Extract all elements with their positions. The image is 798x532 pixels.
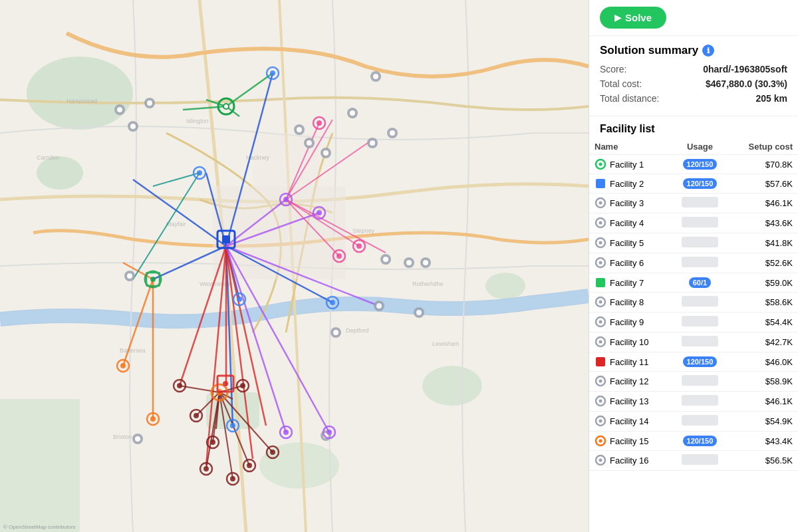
svg-text:Brixton: Brixton — [113, 434, 132, 440]
facility-label: Facility 11 — [610, 357, 649, 367]
svg-point-98 — [376, 303, 382, 309]
svg-text:Battersea: Battersea — [120, 347, 146, 354]
map-container[interactable]: Hampstead Camden Islington Hackney Mayfa… — [0, 0, 589, 532]
sidebar: Solve Solution summary ℹ Score: 0hard/-1… — [589, 0, 798, 532]
solve-button[interactable]: Solve — [600, 7, 666, 29]
facility-label: Facility 12 — [610, 376, 649, 386]
facility-cost: $54.4K — [730, 313, 798, 332]
facility-icon — [595, 375, 606, 387]
svg-point-76 — [373, 74, 378, 79]
svg-point-5 — [485, 273, 525, 299]
usage-badge: 60/1 — [689, 277, 711, 288]
svg-point-185 — [599, 440, 602, 443]
facility-cost: $43.6K — [730, 213, 798, 233]
facility-name-cell: Facility 3 — [589, 194, 670, 212]
facility-row[interactable]: Facility 5$41.8K — [589, 233, 798, 253]
facility-cost: $42.7K — [730, 332, 798, 352]
facility-cost: $58.6K — [730, 293, 798, 313]
facility-row[interactable]: Facility 760/1$59.0K — [589, 273, 798, 293]
svg-rect-6 — [0, 399, 80, 532]
facility-label: Facility 7 — [610, 278, 644, 288]
facility-row[interactable]: Facility 1120/150$70.8K — [589, 155, 798, 174]
svg-point-106 — [135, 436, 140, 442]
col-usage: Usage — [670, 139, 730, 155]
svg-point-153 — [150, 277, 156, 282]
col-setup-cost: Setup cost — [730, 139, 798, 155]
facility-name-cell: Facility 16 — [589, 451, 670, 469]
svg-point-128 — [327, 430, 332, 435]
facility-label: Facility 9 — [610, 317, 644, 327]
facility-usage — [670, 213, 730, 233]
facility-cost: $70.8K — [730, 155, 798, 174]
facility-cost: $58.9K — [730, 372, 798, 392]
svg-point-136 — [177, 383, 182, 388]
svg-point-142 — [230, 476, 235, 481]
facility-row[interactable]: Facility 4$43.6K — [589, 213, 798, 233]
facility-usage: 60/1 — [670, 273, 730, 293]
facility-usage — [670, 392, 730, 412]
svg-point-80 — [307, 140, 312, 146]
facility-icon — [595, 395, 606, 407]
facility-row[interactable]: Facility 11120/150$46.0K — [589, 352, 798, 372]
facility-usage — [670, 233, 730, 253]
svg-point-112 — [230, 423, 235, 428]
usage-empty-bar — [682, 197, 718, 207]
facility-usage — [670, 451, 730, 471]
facility-cost: $57.6K — [730, 174, 798, 194]
svg-point-110 — [270, 70, 275, 76]
facility-row[interactable]: Facility 16$56.5K — [589, 451, 798, 471]
svg-point-176 — [599, 340, 602, 344]
svg-rect-177 — [596, 357, 605, 366]
facility-usage: 120/150 — [670, 174, 730, 194]
facility-name-cell: Facility 9 — [589, 313, 670, 331]
facility-row[interactable]: Facility 8$58.6K — [589, 293, 798, 313]
facility-usage: 120/150 — [670, 155, 730, 174]
svg-point-165 — [599, 221, 602, 225]
svg-point-82 — [323, 150, 329, 156]
facility-label: Facility 1 — [610, 160, 644, 170]
facility-row[interactable]: Facility 2120/150$57.6K — [589, 174, 798, 194]
facility-row[interactable]: Facility 12$58.9K — [589, 372, 798, 392]
svg-point-174 — [599, 321, 602, 324]
facility-icon — [595, 336, 606, 348]
svg-point-88 — [350, 110, 355, 116]
solution-summary: Solution summary ℹ Score: 0hard/-1963805… — [589, 36, 798, 116]
facility-usage: 120/150 — [670, 352, 730, 372]
svg-point-102 — [333, 330, 338, 335]
info-icon[interactable]: ℹ — [702, 45, 714, 57]
facility-row[interactable]: Facility 14$54.9K — [589, 412, 798, 432]
facility-label: Facility 16 — [610, 456, 649, 466]
svg-point-2 — [37, 156, 83, 190]
svg-text:Hampstead: Hampstead — [66, 98, 97, 104]
facility-icon — [595, 454, 606, 466]
svg-text:Camden: Camden — [37, 154, 59, 161]
facility-label: Facility 3 — [610, 198, 644, 208]
facility-row[interactable]: Facility 15120/150$43.4K — [589, 432, 798, 451]
facility-row[interactable]: Facility 9$54.4K — [589, 313, 798, 332]
svg-point-181 — [599, 400, 602, 403]
svg-point-92 — [406, 260, 412, 265]
facility-label: Facility 10 — [610, 337, 649, 347]
svg-point-86 — [390, 130, 395, 136]
svg-point-84 — [370, 140, 375, 146]
facility-usage — [670, 332, 730, 352]
facility-name-cell: Facility 4 — [589, 213, 670, 232]
facility-usage: 120/150 — [670, 432, 730, 451]
svg-point-116 — [237, 297, 242, 302]
facility-icon — [595, 296, 606, 308]
facility-name-cell: Facility 14 — [589, 412, 670, 430]
svg-point-66 — [224, 104, 228, 108]
solve-bar: Solve — [589, 0, 798, 36]
facility-row[interactable]: Facility 6$52.6K — [589, 253, 798, 273]
svg-point-163 — [599, 201, 602, 205]
svg-point-4 — [422, 366, 482, 406]
svg-text:Islington: Islington — [186, 118, 209, 124]
score-row: Score: 0hard/-1963805soft — [600, 64, 787, 74]
svg-rect-170 — [596, 278, 605, 287]
usage-empty-bar — [682, 257, 718, 267]
facility-row[interactable]: Facility 13$46.1K — [589, 392, 798, 412]
usage-empty-bar — [682, 415, 718, 426]
facility-row[interactable]: Facility 3$46.1K — [589, 194, 798, 213]
svg-point-157 — [223, 381, 228, 386]
facility-row[interactable]: Facility 10$42.7K — [589, 332, 798, 352]
